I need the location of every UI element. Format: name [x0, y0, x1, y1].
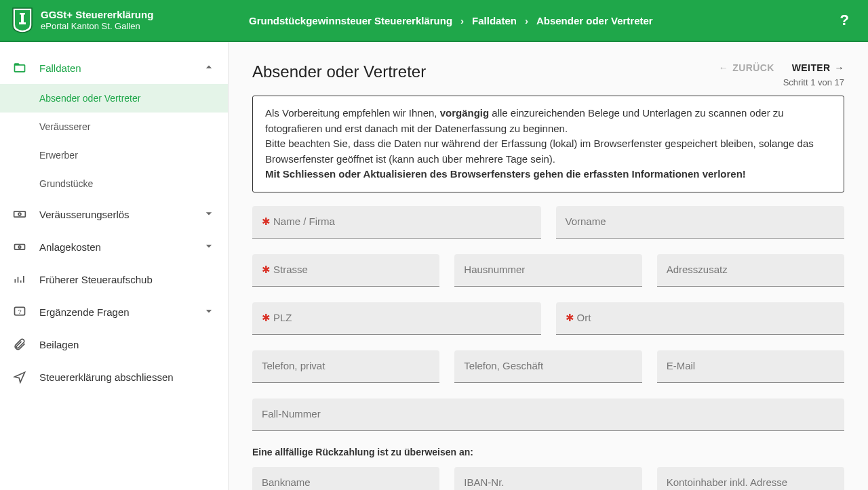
sidebar-sub-label: Grundstücke: [39, 178, 93, 189]
email-input[interactable]: [657, 350, 844, 383]
chevron-down-icon: [202, 304, 216, 320]
field-email: E-Mail: [657, 350, 844, 383]
arrow-right-icon: →: [835, 62, 844, 73]
vorname-input[interactable]: [556, 206, 845, 239]
sidebar-item-anlagekosten[interactable]: Anlagekosten: [0, 230, 228, 263]
sidebar-item-label: Falldaten: [39, 62, 202, 74]
sidebar-sub-veraeusserer[interactable]: Veräusserer: [0, 113, 228, 141]
sidebar-item-label: Veräusserungserlös: [39, 209, 202, 220]
bankname-input[interactable]: [252, 467, 439, 491]
crumb-2: Absender oder Vertreter: [536, 15, 653, 26]
svg-rect-5: [15, 245, 25, 250]
back-button: ← ZURÜCK: [719, 62, 774, 73]
breadcrumb: Grundstückgewinnsteuer Steuererklärung ›…: [229, 15, 821, 26]
svg-rect-3: [14, 211, 26, 217]
svg-point-6: [18, 246, 20, 248]
sidebar-item-label: Steuererklärung abschliessen: [39, 371, 216, 383]
field-strasse: ✱Strasse: [252, 254, 439, 287]
svg-text:?: ?: [18, 308, 21, 315]
field-plz: ✱PLZ: [252, 302, 541, 335]
field-iban: IBAN-Nr.: [454, 467, 642, 491]
folder-open-icon: [12, 60, 27, 75]
field-bankname: Bankname: [252, 467, 439, 491]
sidebar-item-ergaenzende-fragen[interactable]: ? Ergänzende Fragen: [0, 295, 228, 328]
tel-geschaeft-input[interactable]: [454, 350, 642, 383]
send-icon: [12, 369, 27, 384]
svg-point-4: [18, 213, 21, 216]
name-input[interactable]: [252, 206, 541, 239]
sidebar-sub-absender[interactable]: Absender oder Vertreter: [0, 84, 228, 113]
sidebar-item-label: Früherer Steueraufschub: [39, 274, 216, 285]
crumb-0[interactable]: Grundstückgewinnsteuer Steuererklärung: [249, 15, 452, 26]
app-header: GGSt+ Steuererklärung ePortal Kanton St.…: [0, 0, 868, 42]
sidebar-item-label: Anlagekosten: [39, 241, 202, 253]
field-name: ✱Name / Firma: [252, 206, 541, 239]
arrow-left-icon: ←: [719, 62, 728, 73]
chart-icon: [12, 272, 27, 287]
info-text: Als Vorbereitung empfehlen wir Ihnen,: [265, 107, 440, 119]
money-icon: [12, 239, 27, 254]
crumb-1[interactable]: Falldaten: [472, 15, 517, 26]
field-fallnummer: Fall-Nummer: [252, 399, 844, 431]
logo-area: GGSt+ Steuererklärung ePortal Kanton St.…: [0, 7, 229, 33]
app-title: GGSt+ Steuererklärung: [41, 9, 153, 21]
forward-button[interactable]: WEITER →: [792, 62, 844, 73]
sidebar-item-abschliessen[interactable]: Steuererklärung abschliessen: [0, 361, 228, 393]
svg-rect-2: [19, 22, 26, 24]
page-title: Absender oder Vertreter: [252, 62, 426, 81]
sidebar-item-label: Beilagen: [39, 339, 216, 350]
field-kontoinhaber: Kontoinhaber inkl. Adresse: [657, 467, 844, 491]
chevron-down-icon: [202, 239, 216, 255]
sidebar-sub-label: Veräusserer: [39, 121, 90, 132]
chevron-down-icon: [202, 207, 216, 222]
back-button-label: ZURÜCK: [732, 62, 774, 73]
chevron-right-icon: ›: [460, 15, 464, 26]
attachment-icon: [12, 337, 27, 352]
info-box: Als Vorbereitung empfehlen wir Ihnen, vo…: [252, 96, 844, 192]
strasse-input[interactable]: [252, 254, 439, 287]
sidebar-sub-grundstuecke[interactable]: Grundstücke: [0, 169, 228, 198]
sidebar-item-beilagen[interactable]: Beilagen: [0, 328, 228, 361]
tel-privat-input[interactable]: [252, 350, 439, 383]
info-text-bold: Mit Schliessen oder Aktualisieren des Br…: [265, 168, 746, 180]
adresszusatz-input[interactable]: [657, 254, 844, 287]
cash-icon: [12, 207, 27, 222]
field-tel-privat: Telefon, privat: [252, 350, 439, 383]
chevron-right-icon: ›: [525, 15, 528, 26]
sidebar-sub-erwerber[interactable]: Erwerber: [0, 141, 228, 169]
info-text-bold: vorgängig: [440, 107, 490, 119]
svg-rect-1: [21, 13, 24, 24]
field-tel-geschaeft: Telefon, Geschäft: [454, 350, 642, 383]
sidebar-item-veraeusserungserlos[interactable]: Veräusserungserlös: [0, 198, 228, 230]
sidebar-item-label: Ergänzende Fragen: [39, 306, 202, 318]
field-adresszusatz: Adresszusatz: [657, 254, 844, 287]
app-subtitle: ePortal Kanton St. Gallen: [41, 21, 153, 32]
plz-input[interactable]: [252, 302, 541, 335]
sidebar-sub-label: Absender oder Vertreter: [39, 93, 140, 104]
main-content: Absender oder Vertreter ← ZURÜCK WEITER …: [229, 42, 868, 490]
ort-input[interactable]: [556, 302, 845, 335]
sidebar-item-falldaten[interactable]: Falldaten: [0, 52, 228, 84]
iban-input[interactable]: [454, 467, 642, 491]
question-icon: ?: [12, 304, 27, 319]
bank-section-heading: Eine allfällige Rückzahlung ist zu überw…: [252, 447, 844, 457]
step-indicator: Schritt 1 von 17: [783, 77, 844, 87]
sidebar-item-frueher-aufschub[interactable]: Früherer Steueraufschub: [0, 263, 228, 295]
field-hausnummer: Hausnummer: [454, 254, 642, 287]
chevron-up-icon: [202, 60, 216, 76]
canton-shield-icon: [12, 7, 33, 33]
field-ort: ✱Ort: [556, 302, 845, 335]
hausnummer-input[interactable]: [454, 254, 642, 287]
info-text: Bitte beachten Sie, dass die Daten nur w…: [265, 138, 814, 165]
field-vorname: Vorname: [556, 206, 845, 239]
fallnummer-input[interactable]: [252, 399, 844, 431]
sidebar: Falldaten Absender oder Vertreter Veräus…: [0, 42, 229, 490]
forward-button-label: WEITER: [792, 62, 831, 73]
kontoinhaber-input[interactable]: [657, 467, 844, 491]
help-icon[interactable]: ?: [821, 12, 868, 29]
sidebar-sub-label: Erwerber: [39, 150, 78, 161]
